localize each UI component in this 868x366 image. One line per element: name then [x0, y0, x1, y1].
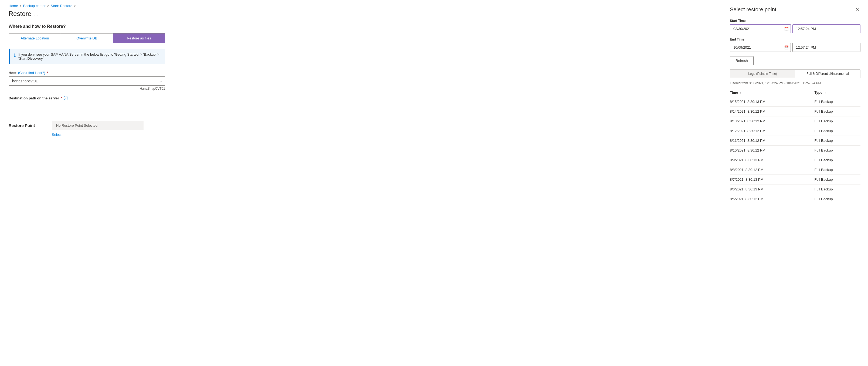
row-time: 8/5/2021, 8:30:12 PM — [730, 194, 814, 204]
panel-title: Select restore point — [730, 6, 776, 13]
section-title: Where and how to Restore? — [9, 24, 713, 29]
panel-header: Select restore point ✕ — [730, 5, 861, 13]
host-label-text: Host — [9, 71, 17, 75]
restore-points-table: Time ↕ Type ↕ 8/15/2021, 8:30:13 PM Full… — [730, 88, 861, 204]
toggle-logs[interactable]: Logs (Point in Time) — [730, 70, 795, 78]
table-row[interactable]: 8/11/2021, 8:30:12 PM Full Backup — [730, 136, 861, 146]
filter-text: Filtered from 3/30/2021, 12:57:24 PM - 1… — [730, 81, 861, 85]
host-field-label: Host (Can't find Host?) * — [9, 71, 713, 75]
row-time: 8/11/2021, 8:30:12 PM — [730, 136, 814, 146]
table-row[interactable]: 8/15/2021, 8:30:13 PM Full Backup — [730, 97, 861, 107]
tab-restore-as-files[interactable]: Restore as files — [113, 33, 165, 43]
breadcrumb: Home > Backup center > Start: Restore > — [9, 0, 713, 10]
start-date-wrapper: 📅 — [730, 24, 791, 33]
type-sort-icon[interactable]: ↕ — [824, 91, 826, 94]
info-box-text: If you don't see your SAP HANA Server in… — [18, 52, 161, 60]
close-button[interactable]: ✕ — [854, 5, 861, 13]
table-row[interactable]: 8/7/2021, 8:30:13 PM Full Backup — [730, 175, 861, 185]
row-type: Full Backup — [814, 146, 861, 155]
destination-field-label: Destination path on the server * i — [9, 96, 713, 100]
breadcrumb-sep2: > — [47, 4, 49, 8]
host-hint: HanaSnapCVT01 — [9, 87, 165, 90]
table-body: 8/15/2021, 8:30:13 PM Full Backup 8/14/2… — [730, 97, 861, 204]
refresh-button[interactable]: Refresh — [730, 56, 753, 65]
destination-required-star: * — [61, 96, 62, 100]
destination-label-text: Destination path on the server — [9, 96, 59, 100]
table-row[interactable]: 8/8/2021, 8:30:12 PM Full Backup — [730, 165, 861, 175]
end-time-label: End Time — [730, 37, 861, 41]
end-time-input[interactable] — [793, 43, 861, 52]
row-time: 8/12/2021, 8:30:12 PM — [730, 126, 814, 136]
page-title-row: Restore ... — [9, 10, 713, 18]
select-restore-point-link[interactable]: Select — [52, 133, 62, 137]
end-date-input[interactable] — [730, 43, 791, 52]
table-row[interactable]: 8/9/2021, 8:30:13 PM Full Backup — [730, 155, 861, 165]
row-time: 8/6/2021, 8:30:13 PM — [730, 185, 814, 194]
table-row[interactable]: 8/13/2021, 8:30:12 PM Full Backup — [730, 116, 861, 126]
table-row[interactable]: 8/12/2021, 8:30:12 PM Full Backup — [730, 126, 861, 136]
tab-alternate-location[interactable]: Alternate Location — [9, 33, 61, 43]
row-time: 8/13/2021, 8:30:12 PM — [730, 116, 814, 126]
right-panel: Select restore point ✕ Start Time 📅 End … — [722, 0, 868, 366]
row-time: 8/14/2021, 8:30:12 PM — [730, 107, 814, 116]
left-panel: Home > Backup center > Start: Restore > … — [0, 0, 722, 366]
row-type: Full Backup — [814, 136, 861, 146]
breadcrumb-home[interactable]: Home — [9, 4, 18, 8]
page-title-ellipsis[interactable]: ... — [34, 11, 38, 17]
restore-point-label: Restore Point — [9, 123, 46, 128]
info-icon: ℹ — [14, 53, 16, 58]
row-type: Full Backup — [814, 194, 861, 204]
start-time-row: 📅 — [730, 24, 861, 33]
restore-point-value: No Restore Point Selected — [52, 121, 144, 130]
restore-type-tabs: Alternate Location Overwrite DB Restore … — [9, 33, 165, 43]
col-type-header: Type ↕ — [814, 88, 861, 97]
breadcrumb-sep3: > — [74, 4, 76, 8]
row-type: Full Backup — [814, 97, 861, 107]
table-header-row: Time ↕ Type ↕ — [730, 88, 861, 97]
breadcrumb-sep1: > — [20, 4, 22, 8]
destination-input[interactable] — [9, 102, 165, 111]
breadcrumb-backup-center[interactable]: Backup center — [23, 4, 45, 8]
start-time-input[interactable] — [793, 24, 861, 33]
host-dropdown-wrapper: hanasnapcvt01 ⌄ — [9, 77, 165, 86]
row-time: 8/15/2021, 8:30:13 PM — [730, 97, 814, 107]
row-type: Full Backup — [814, 155, 861, 165]
end-time-row: 📅 — [730, 43, 861, 52]
breadcrumb-start-restore[interactable]: Start: Restore — [51, 4, 72, 8]
row-time: 8/7/2021, 8:30:13 PM — [730, 175, 814, 185]
row-type: Full Backup — [814, 107, 861, 116]
row-type: Full Backup — [814, 185, 861, 194]
start-date-input[interactable] — [730, 24, 791, 33]
end-date-wrapper: 📅 — [730, 43, 791, 52]
restore-point-row: Restore Point No Restore Point Selected — [9, 121, 713, 130]
row-time: 8/9/2021, 8:30:13 PM — [730, 155, 814, 165]
host-required-star: * — [47, 71, 48, 75]
table-row[interactable]: 8/5/2021, 8:30:12 PM Full Backup — [730, 194, 861, 204]
page-title: Restore — [9, 10, 31, 18]
row-time: 8/8/2021, 8:30:12 PM — [730, 165, 814, 175]
start-time-section: Start Time 📅 — [730, 19, 861, 33]
host-dropdown[interactable]: hanasnapcvt01 — [9, 77, 165, 86]
tab-overwrite-db[interactable]: Overwrite DB — [61, 33, 113, 43]
table-row[interactable]: 8/14/2021, 8:30:12 PM Full Backup — [730, 107, 861, 116]
table-row[interactable]: 8/6/2021, 8:30:13 PM Full Backup — [730, 185, 861, 194]
info-box: ℹ If you don't see your SAP HANA Server … — [9, 49, 165, 64]
row-time: 8/10/2021, 8:30:12 PM — [730, 146, 814, 155]
table-header: Time ↕ Type ↕ — [730, 88, 861, 97]
toggle-bar: Logs (Point in Time) Full & Differential… — [730, 69, 861, 78]
row-type: Full Backup — [814, 126, 861, 136]
row-type: Full Backup — [814, 165, 861, 175]
end-time-section: End Time 📅 — [730, 37, 861, 52]
start-time-label: Start Time — [730, 19, 861, 23]
time-sort-icon[interactable]: ↕ — [740, 91, 741, 94]
cant-find-host-link[interactable]: (Can't find Host?) — [18, 71, 45, 75]
toggle-full-differential[interactable]: Full & Differential/Incremental — [795, 70, 860, 78]
col-time-header: Time ↕ — [730, 88, 814, 97]
row-type: Full Backup — [814, 116, 861, 126]
restore-point-section: Restore Point No Restore Point Selected … — [9, 121, 713, 137]
destination-tooltip-icon[interactable]: i — [64, 96, 68, 100]
restore-point-select-wrapper: Select — [52, 132, 713, 137]
row-type: Full Backup — [814, 175, 861, 185]
table-row[interactable]: 8/10/2021, 8:30:12 PM Full Backup — [730, 146, 861, 155]
